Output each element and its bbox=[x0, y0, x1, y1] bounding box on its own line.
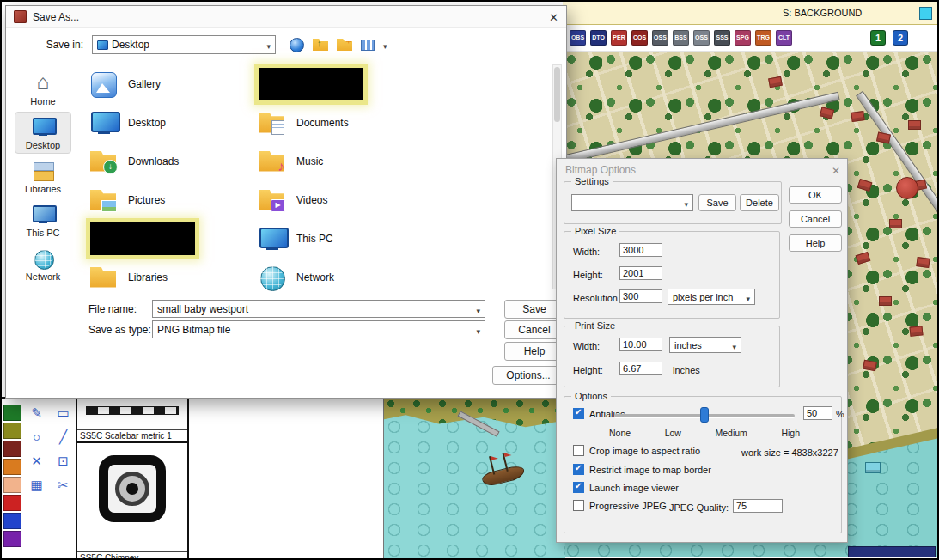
view-button-1[interactable]: 1 bbox=[870, 30, 886, 46]
palette-color-swatch[interactable] bbox=[3, 495, 21, 511]
options-group: Options Antialias % NoneLowMediumHigh Cr… bbox=[564, 396, 842, 533]
save-in-dropdown[interactable]: Desktop bbox=[92, 35, 276, 54]
resolution-unit-dropdown[interactable]: pixels per inch bbox=[668, 289, 755, 305]
print-size-group: Print Size Width: inches Height: inches bbox=[564, 326, 780, 387]
scrollbar-thumb[interactable] bbox=[554, 67, 560, 122]
jpeg-quality-input[interactable] bbox=[733, 499, 783, 513]
up-one-level-icon[interactable] bbox=[313, 39, 328, 51]
view-menu-icon[interactable] bbox=[361, 40, 375, 51]
options-button[interactable]: Options... bbox=[492, 366, 564, 385]
go-back-icon[interactable] bbox=[290, 38, 304, 52]
new-folder-icon[interactable] bbox=[337, 39, 352, 51]
file-item-label: Downloads bbox=[128, 155, 179, 167]
antialias-checkbox[interactable] bbox=[573, 408, 584, 419]
file-list-column-2: DocumentsMusicVideosThis PCNetwork bbox=[257, 64, 420, 296]
file-item-libraries[interactable]: Libraries bbox=[88, 258, 252, 296]
file-item-pictures[interactable]: Pictures bbox=[88, 180, 252, 219]
settings-dropdown[interactable] bbox=[571, 194, 693, 211]
file-item-gallery[interactable]: Gallery bbox=[88, 64, 252, 103]
toolbar-icon-obs[interactable]: OBS bbox=[570, 30, 586, 46]
circle-tool-icon[interactable]: ○ bbox=[25, 427, 48, 447]
sidebar-item-network[interactable]: Network bbox=[15, 243, 71, 285]
crop-checkbox[interactable] bbox=[573, 445, 584, 456]
settings-delete-button[interactable]: Delete bbox=[740, 194, 779, 211]
print-width-unit-dropdown[interactable]: inches bbox=[669, 337, 741, 353]
sidebar-item-libraries[interactable]: Libraries bbox=[15, 155, 71, 198]
dialog-title-bar: Save As... bbox=[6, 6, 566, 28]
chevron-down-icon[interactable] bbox=[383, 37, 387, 52]
node-tool-icon[interactable]: ⊡ bbox=[52, 451, 75, 472]
save-as-type-dropdown[interactable]: PNG Bitmap file bbox=[152, 320, 485, 338]
palette-color-swatch[interactable] bbox=[3, 405, 21, 421]
resolution-input[interactable] bbox=[619, 289, 662, 303]
file-item-network[interactable]: Network bbox=[257, 258, 420, 296]
file-item-videos[interactable]: Videos bbox=[257, 180, 420, 219]
file-item-documents[interactable]: Documents bbox=[257, 103, 420, 142]
pixel-width-input[interactable] bbox=[619, 243, 662, 257]
print-height-input[interactable] bbox=[619, 362, 662, 375]
toolbar-icon-bss[interactable]: BSS bbox=[673, 30, 689, 46]
palette-color-swatch[interactable] bbox=[3, 513, 21, 529]
line-tool-icon[interactable]: ╱ bbox=[52, 427, 75, 447]
file-name-input[interactable]: small baby westport bbox=[152, 300, 485, 318]
music-icon bbox=[257, 147, 288, 176]
modify-tool-icon[interactable]: ✎ bbox=[25, 403, 48, 423]
rect-tool-icon[interactable]: ▭ bbox=[52, 403, 75, 423]
file-item-downloads[interactable]: Downloads bbox=[88, 142, 252, 180]
toolbar-icon-oss[interactable]: OSS bbox=[652, 30, 668, 46]
palette-color-swatch[interactable] bbox=[3, 531, 21, 547]
symbol-scalebar[interactable]: SS5C Scalebar metric 1 bbox=[77, 399, 187, 443]
toolbar-icon-sss[interactable]: SSS bbox=[714, 30, 730, 46]
print-width-input[interactable] bbox=[619, 338, 662, 351]
drawing-canvas[interactable] bbox=[189, 399, 384, 560]
grid-tool-icon[interactable]: ▦ bbox=[25, 475, 48, 496]
ok-button[interactable]: OK bbox=[789, 186, 842, 204]
launch-viewer-checkbox[interactable] bbox=[573, 482, 584, 493]
progressive-jpeg-checkbox[interactable] bbox=[573, 500, 584, 511]
file-item-label: Documents bbox=[296, 117, 349, 129]
print-height-unit-label: inches bbox=[673, 365, 700, 375]
file-item-music[interactable]: Music bbox=[257, 142, 420, 180]
palette-color-swatch[interactable] bbox=[3, 459, 21, 475]
file-item-desktop[interactable]: Desktop bbox=[88, 103, 252, 142]
pixel-height-input[interactable] bbox=[619, 266, 662, 280]
trim-tool-icon[interactable]: ✂ bbox=[52, 475, 75, 496]
settings-save-button[interactable]: Save bbox=[698, 194, 736, 211]
sidebar-item-label: This PC bbox=[15, 228, 70, 238]
palette-color-swatch[interactable] bbox=[3, 477, 21, 493]
view-button-2[interactable]: 2 bbox=[893, 30, 908, 46]
restrict-row: Restrict image to map border bbox=[573, 464, 711, 475]
map-house bbox=[851, 111, 864, 122]
restrict-checkbox[interactable] bbox=[573, 464, 584, 475]
slider-tick-low: Low bbox=[665, 428, 681, 438]
palette-color-swatch[interactable] bbox=[3, 423, 21, 439]
background-color-swatch[interactable] bbox=[919, 7, 932, 20]
sidebar-item-this-pc[interactable]: This PC bbox=[15, 199, 71, 241]
toolbar-icon-cos[interactable]: COS bbox=[631, 30, 648, 46]
palette-color-swatch[interactable] bbox=[3, 441, 21, 457]
home-icon bbox=[30, 72, 56, 94]
toolbar-icon-spg[interactable]: SPG bbox=[735, 30, 751, 46]
pixel-size-group: Pixel Size Width: Height: Resolution pix… bbox=[564, 231, 780, 319]
toolbar-icon-clt[interactable]: CLT bbox=[776, 30, 792, 46]
help-button[interactable]: Help bbox=[789, 234, 842, 252]
antialias-slider-thumb[interactable] bbox=[700, 407, 709, 423]
sidebar-item-home[interactable]: Home bbox=[15, 68, 71, 110]
toolbar-icon-trg[interactable]: TRG bbox=[755, 30, 771, 46]
toolbar-icon-oss[interactable]: OSS bbox=[693, 30, 710, 46]
symbol-chimney[interactable]: SS5C Chimney bbox=[77, 443, 187, 560]
close-icon[interactable] bbox=[549, 9, 558, 25]
file-item-this-pc[interactable]: This PC bbox=[257, 219, 420, 258]
close-icon[interactable] bbox=[832, 162, 840, 178]
sidebar-item-desktop[interactable]: Desktop bbox=[15, 112, 71, 154]
map-round-tower bbox=[896, 177, 918, 199]
antialias-value-input[interactable] bbox=[803, 406, 832, 420]
monitor-icon bbox=[88, 108, 119, 137]
toolbar-icon-per[interactable]: PER bbox=[611, 30, 627, 46]
horizontal-scrollbar[interactable] bbox=[848, 546, 936, 557]
redaction-overlay bbox=[259, 68, 363, 100]
cancel-button[interactable]: Cancel bbox=[789, 210, 842, 228]
toolbar-icon-dto[interactable]: DTO bbox=[590, 30, 607, 46]
save-as-type-label: Save as type: bbox=[88, 324, 151, 336]
erase-tool-icon[interactable]: ✕ bbox=[25, 451, 48, 472]
